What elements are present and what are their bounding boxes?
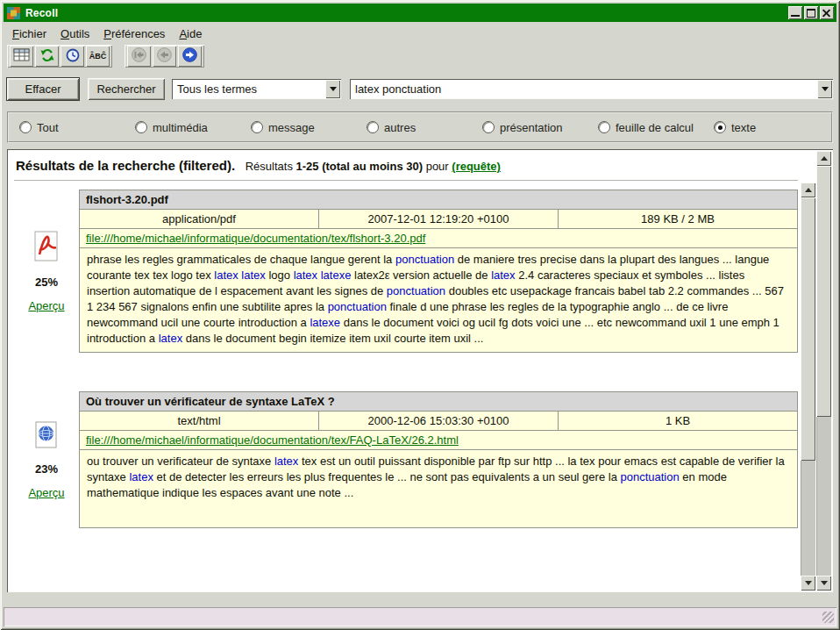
- menubar: Fichier Outils Préférences Aide: [5, 25, 209, 42]
- menu-preferences[interactable]: Préférences: [96, 25, 172, 42]
- radio-icon: [482, 121, 495, 133]
- html-globe-icon: [34, 421, 59, 452]
- result-abstract: ou trouver un verificateur de syntaxe la…: [80, 450, 798, 528]
- maximize-icon: [807, 9, 815, 18]
- result-abstract: phrase les regles grammaticales de chaqu…: [80, 248, 798, 353]
- triangle-down-icon: [805, 581, 812, 585]
- results-header: Résultats de la recherche (filtered). Ré…: [16, 158, 800, 173]
- query-input[interactable]: [350, 79, 816, 99]
- results-summary: Résultats 1-25 (total au moins 30) pour …: [242, 160, 501, 173]
- scrollbar-thumb[interactable]: [801, 197, 815, 461]
- result-1-main: flshort-3.20.pdf application/pdf 2007-12…: [79, 190, 798, 353]
- clock-icon: [66, 48, 80, 65]
- filter-label: présentation: [500, 121, 563, 134]
- filter-label: feuille de calcul: [616, 121, 694, 134]
- scroll-up-button[interactable]: [816, 151, 831, 166]
- filter-multimedia[interactable]: multimédia: [135, 121, 251, 134]
- triangle-down-icon: [822, 87, 829, 91]
- result-url-link[interactable]: file:///home/michael/informatique/docume…: [86, 433, 459, 447]
- chevron-down-icon[interactable]: [817, 80, 832, 98]
- results-title: Résultats de la recherche (filtered).: [16, 158, 235, 173]
- menu-aide[interactable]: Aide: [172, 25, 209, 42]
- query-combo[interactable]: [350, 79, 833, 99]
- history-button[interactable]: [61, 46, 84, 67]
- relevance-percent: 25%: [35, 276, 58, 289]
- search-mode-combo[interactable]: Tous les termes: [172, 79, 341, 99]
- menu-outils[interactable]: Outils: [53, 25, 96, 42]
- window-controls: [788, 6, 834, 19]
- triangle-up-icon: [821, 156, 828, 161]
- app-icon: [7, 7, 21, 19]
- header-separator: [14, 180, 798, 181]
- results-range: 1-25 (total au moins 30): [296, 160, 423, 173]
- search-row: Effacer Rechercher Tous les termes: [7, 77, 833, 100]
- results-pane-scrollbar[interactable]: [816, 151, 831, 591]
- minimize-icon: [791, 15, 800, 17]
- preview-link[interactable]: Aperçu: [28, 486, 64, 499]
- chevron-down-icon[interactable]: [325, 80, 340, 98]
- result-url-link[interactable]: file:///home/michael/informatique/docume…: [86, 232, 425, 245]
- arrow-right-icon: [182, 47, 198, 65]
- window-title: Recoll: [25, 7, 788, 19]
- triangle-down-icon: [330, 87, 337, 91]
- clear-button[interactable]: Effacer: [7, 78, 79, 100]
- filter-tout[interactable]: Tout: [19, 121, 135, 134]
- radio-icon: [598, 121, 610, 133]
- result-size: 189 KB / 2 MB: [559, 210, 798, 229]
- minimize-button[interactable]: [788, 6, 802, 19]
- menu-fichier[interactable]: Fichier: [5, 25, 53, 42]
- recoll-window: Recoll Fichier Outils Préférences Aide: [0, 0, 840, 630]
- triangle-up-icon: [805, 188, 812, 192]
- pdf-icon: [33, 231, 60, 265]
- update-index-button[interactable]: [35, 46, 59, 67]
- filter-label: message: [268, 121, 315, 134]
- radio-icon: [19, 121, 32, 133]
- scrollbar-thumb[interactable]: [816, 166, 831, 417]
- result-mime: application/pdf: [80, 210, 319, 229]
- result-date: 2000-12-06 15:03:30 +0100: [319, 412, 559, 431]
- result-size: 1 KB: [559, 412, 798, 431]
- next-page-button[interactable]: [178, 46, 202, 67]
- result-list-scrollbar[interactable]: [801, 183, 815, 591]
- refresh-arrows-icon: [39, 48, 55, 65]
- maximize-button[interactable]: [804, 6, 818, 19]
- result-mime: text/html: [80, 412, 319, 431]
- triangle-down-icon: [821, 581, 828, 585]
- titlebar[interactable]: Recoll: [4, 4, 836, 22]
- result-1-table: flshort-3.20.pdf application/pdf 2007-12…: [79, 190, 798, 353]
- radio-icon: [251, 121, 263, 133]
- filter-texte[interactable]: texte: [714, 121, 829, 134]
- filter-message[interactable]: message: [251, 121, 367, 134]
- search-mode-value: Tous les termes: [172, 82, 324, 96]
- relevance-percent: 23%: [35, 462, 58, 476]
- filter-feuille-de-calcul[interactable]: feuille de calcul: [598, 121, 714, 134]
- result-title: Où trouver un vérificateur de syntaxe La…: [80, 392, 798, 412]
- spellcheck-abc-icon: ÂBĈ: [89, 52, 107, 61]
- first-page-button[interactable]: [127, 46, 151, 67]
- filter-presentation[interactable]: présentation: [482, 121, 598, 134]
- term-explorer-button[interactable]: ÂBĈ: [86, 46, 110, 67]
- query-details-link[interactable]: (requête): [452, 160, 501, 173]
- scroll-up-button[interactable]: [801, 183, 815, 197]
- arrow-left-icon: [156, 47, 173, 65]
- scroll-down-button[interactable]: [816, 576, 831, 591]
- result-item-1: 25% Aperçu flshort-3.20.pdf application/…: [14, 190, 800, 353]
- arrow-left-bar-icon: [131, 47, 147, 65]
- radio-icon: [714, 121, 726, 133]
- result-item-2: 23% Aperçu Où trouver un vérificateur de…: [14, 391, 800, 528]
- previous-page-button[interactable]: [153, 46, 176, 67]
- result-2-table: Où trouver un vérificateur de syntaxe La…: [79, 391, 798, 528]
- filter-label: texte: [731, 121, 756, 134]
- resize-grip[interactable]: [822, 612, 834, 623]
- scroll-down-button[interactable]: [801, 576, 815, 591]
- filter-label: autres: [384, 121, 416, 134]
- result-2-main: Où trouver un vérificateur de syntaxe La…: [79, 391, 798, 528]
- filter-label: multimédia: [153, 121, 208, 134]
- filter-autres[interactable]: autres: [367, 121, 482, 134]
- clear-search-button[interactable]: [10, 46, 33, 67]
- filter-label: Tout: [37, 121, 59, 134]
- close-button[interactable]: [820, 6, 834, 19]
- search-button[interactable]: Rechercher: [88, 78, 165, 100]
- toolbar-group-nav: [125, 45, 204, 68]
- preview-link[interactable]: Aperçu: [28, 299, 64, 312]
